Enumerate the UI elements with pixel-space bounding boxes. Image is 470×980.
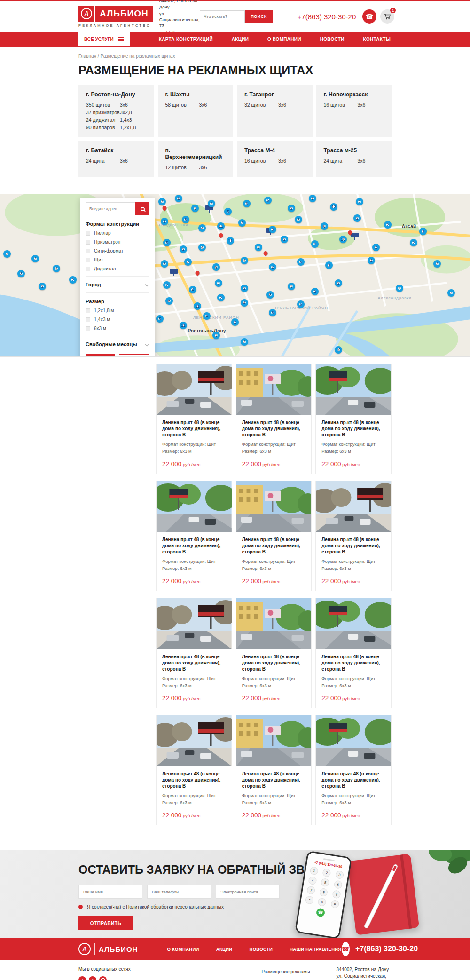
city-card[interactable]: г. Новочеркасск16 щитов3х6 <box>316 85 392 137</box>
product-title[interactable]: Ленина пр-кт 48 (в конце дома по ходу дв… <box>242 419 306 438</box>
email-field[interactable] <box>216 885 280 899</box>
map-cluster-marker[interactable]: 2 <box>231 318 239 326</box>
footer-bar-nav-item[interactable]: НОВОСТИ <box>250 947 273 952</box>
map-cluster-marker[interactable]: 3 <box>419 228 427 235</box>
product-card[interactable]: Ленина пр-кт 48 (в конце дома по ходу дв… <box>315 598 392 708</box>
map-cluster-marker[interactable]: 6 <box>161 260 168 268</box>
product-photo[interactable] <box>157 598 232 649</box>
map-cluster-marker[interactable]: 5 <box>264 197 272 204</box>
phone-call-button[interactable]: ☎ <box>362 9 376 24</box>
all-services-button[interactable]: ВСЕ УСЛУГИ <box>78 32 130 46</box>
map-cluster-marker[interactable]: 2 <box>184 258 192 266</box>
map-cluster-marker[interactable]: 5 <box>224 208 232 215</box>
filter-format-option[interactable]: Пиллар <box>86 230 149 236</box>
product-photo[interactable] <box>157 364 232 415</box>
map-cluster-marker[interactable]: 4 <box>53 265 60 272</box>
map-cluster-marker[interactable]: 5 <box>297 258 305 266</box>
product-title[interactable]: Ленина пр-кт 48 (в конце дома по ходу дв… <box>162 537 226 555</box>
cart-button[interactable]: 1 <box>380 9 394 24</box>
logo[interactable]: A АЛЬБИОН РЕКЛАМНОЕ АГЕНТСТВО <box>78 6 153 28</box>
map-cluster-marker[interactable]: 2 <box>269 263 276 271</box>
product-card[interactable]: Ленина пр-кт 48 (в конце дома по ходу дв… <box>156 364 232 474</box>
product-photo[interactable] <box>236 481 312 532</box>
facebook-icon[interactable]: f <box>89 976 96 980</box>
checkbox[interactable] <box>86 249 90 253</box>
product-title[interactable]: Ленина пр-кт 48 (в конце дома по ходу дв… <box>162 771 226 789</box>
map-cluster-marker[interactable]: 12 <box>330 203 337 211</box>
product-card[interactable]: Ленина пр-кт 48 (в конце дома по ходу дв… <box>156 598 232 708</box>
product-title[interactable]: Ленина пр-кт 48 (в конце дома по ходу дв… <box>242 654 306 672</box>
filter-size-option[interactable]: 1,2х1,8 м <box>86 308 149 313</box>
map-address-search-button[interactable] <box>135 202 149 215</box>
product-card[interactable]: Ленина пр-кт 48 (в конце дома по ходу дв… <box>315 364 392 474</box>
footer-phone-number[interactable]: +7(863) 320-30-20 <box>355 945 418 953</box>
map-cluster-marker[interactable]: 2 <box>217 294 225 301</box>
product-title[interactable]: Ленина пр-кт 48 (в конце дома по ходу дв… <box>162 654 226 672</box>
product-card[interactable]: Ленина пр-кт 48 (в конце дома по ходу дв… <box>315 715 392 825</box>
map-cluster-marker[interactable]: 3 <box>243 200 251 207</box>
map-cluster-marker[interactable]: 4 <box>198 244 206 251</box>
city-card[interactable]: г. Шахты58 щитов3х6 <box>158 85 234 137</box>
map-cluster-marker[interactable]: 2 <box>241 338 248 346</box>
product-photo[interactable] <box>157 715 232 766</box>
map-cluster-marker[interactable]: 2 <box>180 245 187 253</box>
map-tag-marker[interactable] <box>170 269 178 274</box>
map-cluster-marker[interactable]: 4 <box>198 224 206 232</box>
consent-checkbox[interactable] <box>78 905 83 909</box>
map-cluster-marker[interactable]: 8 <box>255 244 262 251</box>
product-title[interactable]: Ленина пр-кт 48 (в конце дома по ходу дв… <box>321 537 385 555</box>
map-cluster-marker[interactable]: 8 <box>321 222 328 230</box>
map-cluster-marker[interactable]: 5 <box>165 297 173 305</box>
city-card[interactable]: г. Ростов-на-Дону350 щитов3х637 призматр… <box>78 85 154 137</box>
vk-icon[interactable]: vk <box>78 976 86 980</box>
map-cluster-marker[interactable]: 2 <box>335 279 342 287</box>
checkbox[interactable] <box>86 258 90 262</box>
search-input[interactable] <box>200 10 245 23</box>
map-cluster-marker[interactable]: 4 <box>396 285 403 292</box>
filter-show-button[interactable]: ПОКАЗАТЬ <box>86 354 115 357</box>
product-title[interactable]: Ленина пр-кт 48 (в конце дома по ходу дв… <box>321 771 385 789</box>
map-cluster-marker[interactable]: 2 <box>163 281 171 289</box>
filter-format-option[interactable]: Диджитал <box>86 266 149 271</box>
product-photo[interactable] <box>236 364 312 415</box>
filter-format-option[interactable]: Сити-формат <box>86 248 149 253</box>
product-photo[interactable] <box>157 481 232 532</box>
map-cluster-marker[interactable]: 2 <box>372 244 380 251</box>
checkbox[interactable] <box>86 308 90 313</box>
map-cluster-marker[interactable]: 4 <box>203 312 211 320</box>
product-photo[interactable] <box>316 598 391 649</box>
checkbox[interactable] <box>86 231 90 236</box>
product-card[interactable]: Ленина пр-кт 48 (в конце дома по ходу дв… <box>236 364 312 474</box>
map-cluster-marker[interactable]: 3 <box>288 283 295 290</box>
map-cluster-marker[interactable]: 6 <box>295 216 302 223</box>
map-cluster-marker[interactable]: 2 <box>281 236 288 243</box>
map-cluster-marker[interactable]: 3 <box>191 205 199 212</box>
filter-format-option[interactable]: Щит <box>86 257 149 262</box>
submit-button[interactable]: ОТПРАВИТЬ <box>78 916 133 930</box>
filter-city-toggle[interactable]: Город <box>86 276 149 292</box>
map-cluster-marker[interactable]: 3 <box>269 226 276 233</box>
map-address-input[interactable] <box>86 202 135 215</box>
map-cluster-marker[interactable]: 4 <box>241 299 248 307</box>
product-card[interactable]: Ленина пр-кт 48 (в конце дома по ходу дв… <box>156 715 232 825</box>
checkbox[interactable] <box>86 326 90 331</box>
map-cluster-marker[interactable]: 4 <box>189 286 196 293</box>
map-cluster-marker[interactable]: 2 <box>208 200 215 207</box>
map-cluster-marker[interactable]: 5 <box>156 315 164 323</box>
filter-size-option[interactable]: 6х3 м <box>86 326 149 331</box>
phone-field[interactable] <box>147 885 211 899</box>
product-card[interactable]: Ленина пр-кт 48 (в конце дома по ходу дв… <box>156 481 232 591</box>
product-photo[interactable] <box>316 481 391 532</box>
map-cluster-marker[interactable]: 9 <box>212 263 220 271</box>
product-photo[interactable] <box>316 715 391 766</box>
map-cluster-marker[interactable]: 11 <box>227 237 234 245</box>
city-card[interactable]: г. Таганрог32 щитов3х6 <box>237 85 313 137</box>
map-cluster-marker[interactable]: 2 <box>241 285 248 292</box>
map-cluster-marker[interactable]: 8 <box>269 309 276 316</box>
nav-item[interactable]: АКЦИИ <box>232 37 249 42</box>
map-cluster-marker[interactable]: 2 <box>69 276 77 284</box>
map-cluster-marker[interactable]: 2 <box>356 198 363 205</box>
map-cluster-marker[interactable]: 2 <box>175 195 182 202</box>
filter-size-option[interactable]: 1,4х3 м <box>86 317 149 322</box>
map-cluster-marker[interactable]: 11 <box>194 302 201 310</box>
